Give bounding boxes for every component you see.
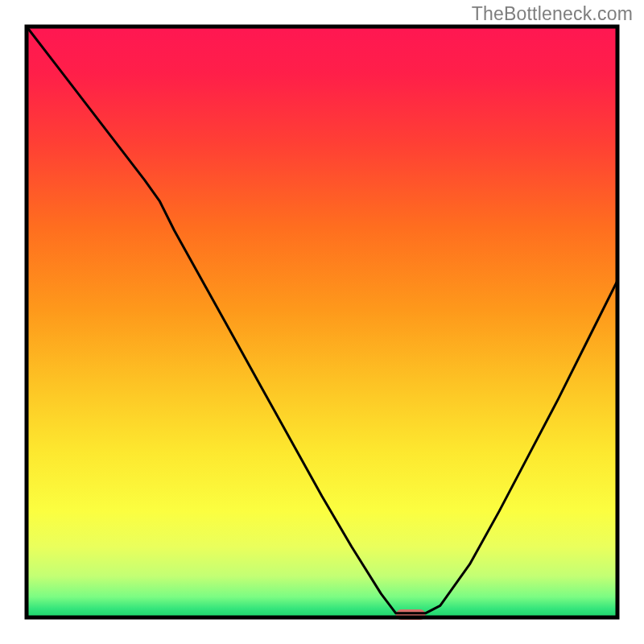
chart-container: TheBottleneck.com [0, 0, 644, 644]
bottleneck-chart [0, 0, 644, 644]
watermark-text: TheBottleneck.com [472, 3, 633, 25]
gradient-background [27, 27, 617, 617]
